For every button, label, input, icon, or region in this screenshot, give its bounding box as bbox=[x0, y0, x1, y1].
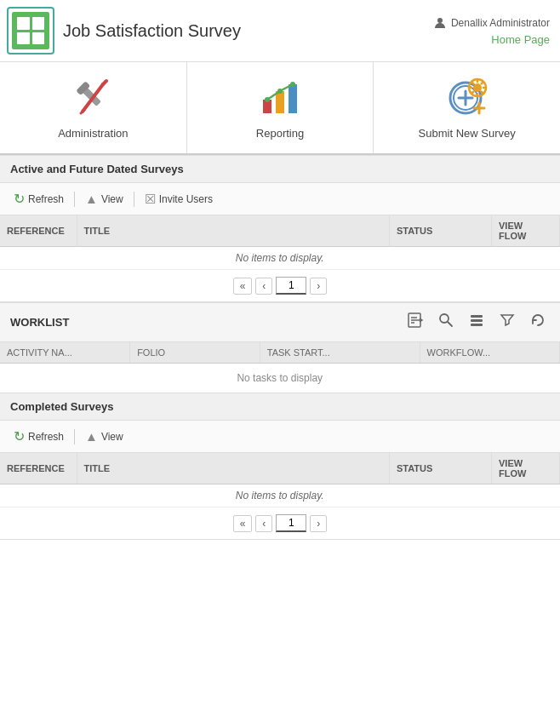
worklist-col-workflow: WORKFLOW... bbox=[420, 342, 559, 364]
submit-survey-label: Submit New Survey bbox=[419, 127, 516, 140]
user-info: Denallix Administrator bbox=[433, 16, 550, 30]
first-page-button[interactable]: « bbox=[233, 278, 253, 295]
svg-line-34 bbox=[448, 322, 452, 326]
completed-next-page-button[interactable]: › bbox=[310, 515, 327, 532]
invite-users-button[interactable]: ☒ Invite Users bbox=[138, 189, 220, 209]
completed-surveys-table: REFERENCE TITLE STATUS VIEW FLOW No item… bbox=[0, 453, 560, 507]
svg-rect-8 bbox=[289, 84, 297, 113]
worklist-title: WORKLIST bbox=[10, 316, 69, 329]
nav-tile-reporting[interactable]: Reporting bbox=[187, 62, 374, 153]
svg-rect-35 bbox=[471, 315, 483, 318]
svg-point-10 bbox=[277, 89, 283, 94]
invite-users-icon: ☒ bbox=[145, 192, 156, 207]
svg-point-0 bbox=[437, 18, 443, 23]
completed-col-title: TITLE bbox=[77, 453, 390, 484]
completed-surveys-table-header-row: REFERENCE TITLE STATUS VIEW FLOW bbox=[0, 453, 560, 484]
toolbar-separator bbox=[74, 192, 75, 207]
active-view-button[interactable]: ▲ View bbox=[78, 189, 130, 209]
active-surveys-no-items: No items to display. bbox=[0, 247, 560, 270]
svg-line-23 bbox=[481, 82, 483, 84]
completed-col-status: STATUS bbox=[390, 453, 492, 484]
svg-rect-37 bbox=[471, 324, 483, 326]
completed-surveys-header: Completed Surveys bbox=[0, 393, 560, 421]
search-icon bbox=[437, 312, 454, 329]
nav-tile-administration[interactable]: Administration bbox=[0, 62, 187, 153]
nav-tiles: Administration Reporting bbox=[0, 62, 560, 155]
completed-refresh-icon: ↻ bbox=[14, 428, 25, 444]
active-surveys-pagination: « ‹ › bbox=[0, 270, 560, 302]
completed-surveys-no-items: No items to display. bbox=[0, 484, 560, 507]
completed-prev-page-button[interactable]: ‹ bbox=[255, 515, 272, 532]
prev-page-button[interactable]: ‹ bbox=[255, 278, 272, 295]
user-icon bbox=[433, 16, 447, 30]
worklist-table: ACTIVITY NA... FOLIO TASK START... WORKF… bbox=[0, 342, 560, 393]
worklist-actions bbox=[403, 310, 550, 335]
completed-page-number-input[interactable] bbox=[276, 514, 306, 532]
active-surveys-table: REFERENCE TITLE STATUS VIEW FLOW No item… bbox=[0, 215, 560, 270]
completed-toolbar-separator bbox=[74, 429, 75, 444]
active-surveys-toolbar: ↻ Refresh ▲ View ☒ Invite Users bbox=[0, 183, 560, 215]
home-page-link[interactable]: Home Page bbox=[491, 33, 550, 46]
active-surveys-table-header-row: REFERENCE TITLE STATUS VIEW FLOW bbox=[0, 215, 560, 247]
svg-rect-7 bbox=[276, 91, 284, 113]
completed-view-button[interactable]: ▲ View bbox=[78, 427, 130, 446]
nav-tile-submit-survey[interactable]: Submit New Survey bbox=[374, 62, 560, 153]
col-title: TITLE bbox=[77, 215, 390, 247]
administration-icon bbox=[71, 76, 115, 120]
header-right: Denallix Administrator Home Page bbox=[433, 16, 550, 46]
worklist-no-tasks-row: No tasks to display bbox=[0, 364, 560, 393]
worklist-section: WORKLIST bbox=[0, 302, 560, 393]
administration-label: Administration bbox=[58, 127, 128, 140]
worklist-col-activity: ACTIVITY NA... bbox=[0, 342, 130, 364]
page-title: Job Satisfaction Survey bbox=[63, 21, 241, 41]
worklist-export-button[interactable] bbox=[403, 310, 427, 335]
header-left: Job Satisfaction Survey bbox=[7, 7, 241, 54]
worklist-search-button[interactable] bbox=[434, 310, 458, 335]
svg-point-11 bbox=[290, 82, 295, 87]
completed-view-icon: ▲ bbox=[85, 429, 98, 444]
export-icon bbox=[407, 312, 424, 329]
reporting-icon bbox=[258, 76, 302, 120]
active-surveys-section: Active and Future Dated Surveys ↻ Refres… bbox=[0, 155, 560, 302]
svg-point-25 bbox=[473, 83, 482, 92]
refresh-icon: ↻ bbox=[14, 191, 25, 207]
completed-refresh-button[interactable]: ↻ Refresh bbox=[7, 426, 71, 447]
active-surveys-no-items-row: No items to display. bbox=[0, 247, 560, 270]
view-icon: ▲ bbox=[85, 192, 98, 206]
next-page-button[interactable]: › bbox=[310, 278, 327, 295]
username-label: Denallix Administrator bbox=[451, 17, 550, 29]
col-view-flow: VIEW FLOW bbox=[492, 215, 560, 247]
filter-icon bbox=[499, 312, 516, 329]
list-icon bbox=[468, 312, 485, 329]
worklist-refresh-icon bbox=[529, 312, 546, 329]
completed-surveys-no-items-row: No items to display. bbox=[0, 484, 560, 507]
reporting-label: Reporting bbox=[256, 127, 304, 140]
app-header: Job Satisfaction Survey Denallix Adminis… bbox=[0, 0, 560, 62]
completed-surveys-toolbar: ↻ Refresh ▲ View bbox=[0, 421, 560, 453]
worklist-col-folio: FOLIO bbox=[130, 342, 260, 364]
completed-surveys-pagination: « ‹ › bbox=[0, 507, 560, 540]
completed-first-page-button[interactable]: « bbox=[233, 515, 253, 532]
active-refresh-button[interactable]: ↻ Refresh bbox=[7, 188, 71, 209]
page-number-input[interactable] bbox=[276, 277, 306, 295]
svg-line-24 bbox=[471, 91, 474, 94]
worklist-filter-button[interactable] bbox=[495, 310, 519, 335]
svg-point-9 bbox=[265, 97, 270, 102]
worklist-col-task-start: TASK START... bbox=[260, 342, 420, 364]
completed-col-view-flow: VIEW FLOW bbox=[492, 453, 560, 484]
col-reference: REFERENCE bbox=[0, 215, 77, 247]
worklist-list-button[interactable] bbox=[465, 310, 489, 335]
svg-line-4 bbox=[103, 81, 106, 84]
worklist-refresh-button[interactable] bbox=[526, 310, 550, 335]
completed-col-reference: REFERENCE bbox=[0, 453, 77, 484]
toolbar-separator-2 bbox=[134, 192, 134, 207]
active-surveys-header: Active and Future Dated Surveys bbox=[0, 155, 560, 183]
worklist-no-tasks: No tasks to display bbox=[0, 364, 560, 393]
svg-rect-36 bbox=[471, 319, 483, 322]
col-status: STATUS bbox=[390, 215, 492, 247]
submit-survey-icon bbox=[445, 76, 489, 120]
k2-logo bbox=[7, 7, 54, 54]
worklist-table-header-row: ACTIVITY NA... FOLIO TASK START... WORKF… bbox=[0, 342, 560, 364]
worklist-header: WORKLIST bbox=[0, 302, 560, 342]
completed-surveys-section: Completed Surveys ↻ Refresh ▲ View REFER… bbox=[0, 393, 560, 540]
